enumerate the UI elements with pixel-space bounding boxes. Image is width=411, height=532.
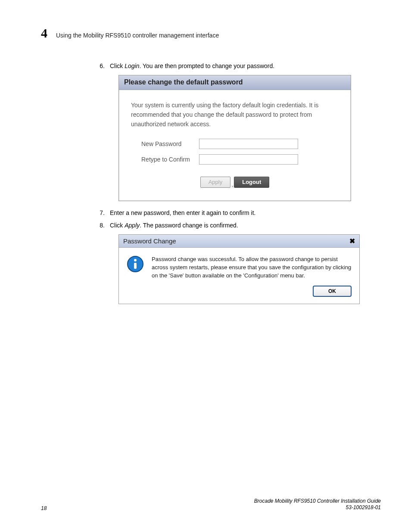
info-icon [127,255,144,273]
footer-doc-info: Brocade Mobility RFS9510 Controller Inst… [254,498,381,511]
password-change-confirmation-dialog: Password Change ✖ Password change was su… [118,234,360,305]
step-number: 7. [97,209,105,218]
ok-button[interactable]: OK [313,286,352,297]
dialog-body: Your system is currently using the facto… [119,90,351,201]
logout-button[interactable]: Logout [234,177,269,188]
new-password-row: New Password [131,139,339,149]
dialog-title: Password Change [123,237,176,245]
retype-password-input[interactable] [199,154,298,165]
step-text: Click Apply. The password change is conf… [110,221,238,230]
step-8: 8. Click Apply. The password change is c… [97,221,373,230]
step-number: 6. [97,62,105,71]
retype-password-label: Retype to Confirm [131,156,191,163]
dialog-description: Your system is currently using the facto… [131,100,339,129]
dialog-title: Please change the default password [119,75,351,90]
svg-point-1 [134,259,137,261]
dialog-button-row: Apply Logout × [131,177,339,188]
svg-rect-2 [134,263,137,269]
step-text: Enter a new password, then enter it agai… [110,209,256,218]
step-text: Click Login. You are then prompted to ch… [110,62,274,71]
document-number: 53-1002918-01 [254,504,381,511]
change-password-dialog: Please change the default password Your … [118,75,351,201]
apply-button[interactable]: Apply [200,177,231,188]
retype-password-row: Retype to Confirm [131,154,339,165]
dialog-header: Password Change ✖ [119,235,359,248]
step-number: 8. [97,221,105,230]
chapter-number: 4 [41,26,47,40]
page-footer: 18 Brocade Mobility RFS9510 Controller I… [41,498,381,511]
dialog-body: Password change was successful. To allow… [119,248,359,286]
chapter-title: Using the Mobility RFS9510 controller ma… [56,32,219,39]
step-7: 7. Enter a new password, then enter it a… [97,209,373,218]
step-6: 6. Click Login. You are then prompted to… [97,62,373,71]
page-number: 18 [41,505,47,511]
close-icon: × [231,184,234,189]
new-password-input[interactable] [199,139,298,149]
dialog-footer: OK [119,286,359,304]
new-password-label: New Password [131,140,191,147]
page-header: 4 Using the Mobility RFS9510 controller … [41,26,381,40]
dialog-message: Password change was successful. To allow… [152,255,352,280]
content-area: 6. Click Login. You are then prompted to… [97,62,373,304]
close-icon[interactable]: ✖ [349,237,355,245]
guide-title: Brocade Mobility RFS9510 Controller Inst… [254,498,381,505]
